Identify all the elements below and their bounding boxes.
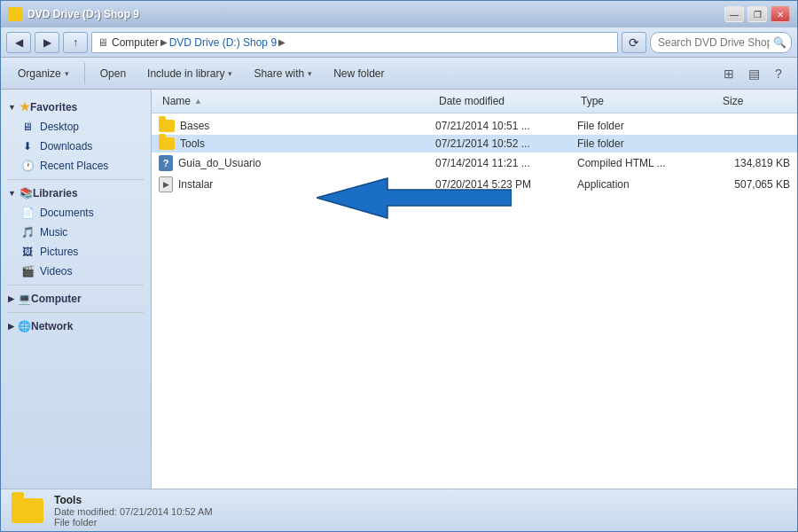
sidebar-item-pictures[interactable]: 🖼 Pictures [1,242,151,262]
include-in-library-button[interactable]: Include in library ▾ [137,61,242,86]
sidebar-item-pictures-label: Pictures [40,246,78,258]
view-details-button[interactable]: ⊞ [717,62,740,85]
videos-icon: 🎬 [20,264,35,278]
sidebar-item-videos[interactable]: 🎬 Videos [1,262,151,281]
sidebar-item-desktop[interactable]: 🖥 Desktop [1,117,151,137]
file-name-cell: Guia_do_Usuario [159,155,435,171]
help-button[interactable]: ? [767,62,790,85]
share-with-button[interactable]: Share with ▾ [244,61,322,86]
forward-button[interactable]: ▶ [35,32,59,53]
organize-chevron: ▾ [65,69,69,78]
include-chevron: ▾ [228,69,232,78]
file-type: Application [577,178,719,191]
file-name-cell: Bases [159,120,435,132]
back-button[interactable]: ◀ [6,32,31,53]
share-chevron: ▾ [308,69,312,78]
status-bar: Tools Date modified: 07/21/2014 10:52 AM… [1,489,797,531]
view-toggle-button[interactable]: ▤ [742,62,765,85]
col-header-date[interactable]: Date modified [435,93,577,109]
table-row[interactable]: Guia_do_Usuario 07/14/2014 11:21 ... Com… [152,153,797,174]
status-item-type: File folder [54,517,213,528]
table-row[interactable]: ▶ Instalar 07/20/2014 5:23 PM Applicatio… [152,174,797,195]
col-header-type[interactable]: Type [577,93,719,109]
favorites-header[interactable]: ▼ ★ Favorites [1,97,151,117]
sidebar-item-documents[interactable]: 📄 Documents [1,203,151,223]
col-type-label: Type [581,95,604,107]
search-input[interactable] [650,32,792,53]
file-list: Bases 07/21/2014 10:51 ... File folder T… [152,113,797,199]
computer-label: Computer [31,293,82,305]
window-icon [8,7,22,21]
col-header-size[interactable]: Size [719,93,790,109]
window-controls: — ❐ ✕ [724,6,790,22]
network-header[interactable]: ▶ 🌐 Network [1,317,151,336]
file-date: 07/21/2014 10:51 ... [435,120,577,132]
table-row[interactable]: Bases 07/21/2014 10:51 ... File folder [152,117,797,135]
sidebar-item-music[interactable]: 🎵 Music [1,223,151,242]
libraries-icon: 📚 [20,187,33,200]
file-size: 134,819 KB [719,157,790,169]
main-area: ▼ ★ Favorites 🖥 Desktop ⬇ Downloads 🕐 Re… [1,90,797,489]
path-icon: 🖥 [98,36,108,49]
sidebar-item-downloads-label: Downloads [40,140,92,153]
new-folder-button[interactable]: New folder [324,61,394,86]
help-label: ? [775,66,782,81]
network-triangle: ▶ [8,322,14,331]
col-header-name[interactable]: Name ▲ [159,93,435,109]
sort-indicator: ▲ [194,97,202,106]
status-item-name: Tools [54,494,213,506]
libraries-label: Libraries [33,187,78,200]
file-date: 07/21/2014 10:52 ... [435,137,577,150]
include-in-library-label: Include in library [147,67,224,80]
pictures-icon: 🖼 [20,245,35,259]
column-headers: Name ▲ Date modified Type Size [152,90,797,113]
new-folder-label: New folder [333,67,384,80]
title-bar: DVD Drive (D:) Shop 9 — ❐ ✕ [1,1,797,27]
music-icon: 🎵 [20,225,35,239]
file-name: Bases [180,120,209,132]
sidebar-item-recent[interactable]: 🕐 Recent Places [1,156,151,176]
libraries-triangle: ▼ [8,189,16,198]
breadcrumb-arrow-2: ▶ [277,37,287,47]
favorites-star-icon: ★ [20,100,30,113]
minimize-button[interactable]: — [724,6,744,22]
organize-button[interactable]: Organize ▾ [8,61,79,86]
address-path[interactable]: 🖥 Computer ▶ DVD Drive (D:) Shop 9 ▶ [91,32,618,53]
file-name: Guia_do_Usuario [178,157,261,169]
breadcrumb-computer[interactable]: Computer [112,36,159,49]
status-folder-icon [12,498,43,523]
documents-icon: 📄 [20,206,35,220]
status-text: Tools Date modified: 07/21/2014 10:52 AM… [54,494,213,528]
libraries-header[interactable]: ▼ 📚 Libraries [1,184,151,203]
file-size: 507,065 KB [719,178,790,191]
favorites-label: Favorites [30,101,77,113]
file-name-cell: ▶ Instalar [159,176,435,192]
search-wrapper: 🔍 [650,32,792,53]
app-icon: ▶ [159,176,173,192]
view-icons: ⊞ ▤ ? [717,62,790,85]
sidebar-item-downloads[interactable]: ⬇ Downloads [1,137,151,156]
breadcrumb-arrow-1: ▶ [159,37,169,47]
up-button[interactable]: ↑ [63,32,88,53]
explorer-window: DVD Drive (D:) Shop 9 — ❐ ✕ ◀ ▶ ↑ 🖥 Comp… [0,0,798,532]
file-type: File folder [577,120,719,132]
restore-button[interactable]: ❐ [747,6,767,22]
computer-triangle: ▶ [8,294,14,303]
favorites-triangle: ▼ [8,103,16,112]
toolbar: Organize ▾ Open Include in library ▾ Sha… [1,58,797,90]
open-button[interactable]: Open [90,61,136,86]
open-label: Open [100,67,126,80]
computer-header[interactable]: ▶ 💻 Computer [1,289,151,309]
col-date-label: Date modified [439,95,505,107]
close-button[interactable]: ✕ [771,6,790,22]
share-with-label: Share with [254,67,304,80]
sidebar-item-documents-label: Documents [40,207,94,219]
breadcrumb-dvd[interactable]: DVD Drive (D:) Shop 9 [169,36,277,49]
refresh-button[interactable]: ⟳ [622,32,646,53]
window-title: DVD Drive (D:) Shop 9 [27,8,139,20]
table-row[interactable]: Tools 07/21/2014 10:52 ... File folder [152,135,797,153]
sidebar-item-recent-label: Recent Places [40,160,108,172]
col-name-label: Name [162,95,191,107]
file-name-cell: Tools [159,137,435,150]
title-bar-left: DVD Drive (D:) Shop 9 [8,7,139,21]
